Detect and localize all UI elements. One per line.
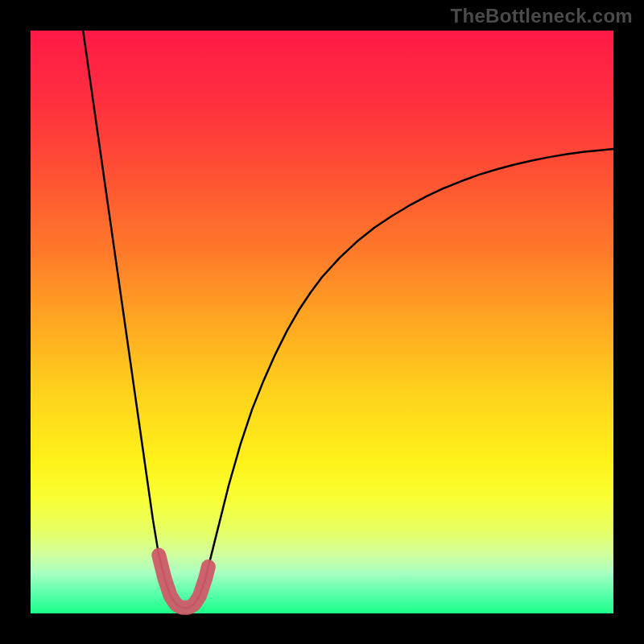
plot-background — [31, 31, 613, 613]
bottleneck-chart — [0, 0, 644, 644]
watermark-text: TheBottleneck.com — [451, 5, 633, 27]
chart-frame: TheBottleneck.com — [0, 0, 644, 644]
